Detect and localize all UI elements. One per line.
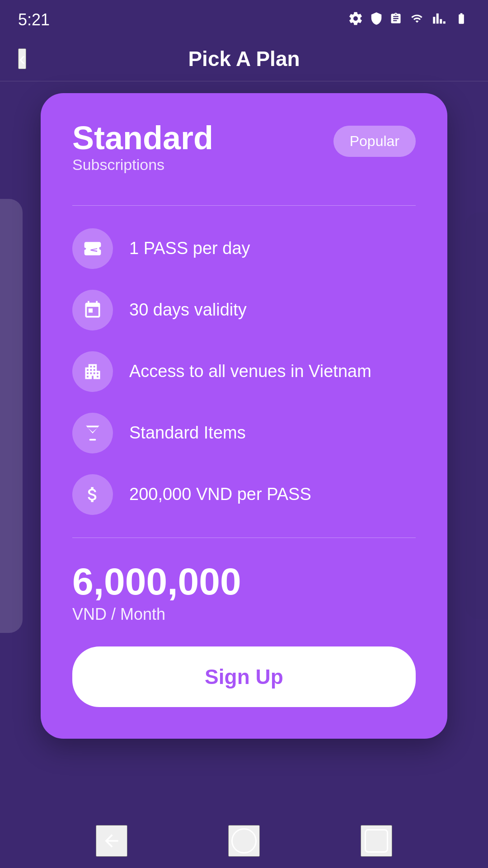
feature-passes: 1 PASS per day [72, 228, 416, 269]
dollar-icon [72, 474, 113, 515]
home-nav-button[interactable] [228, 825, 260, 857]
price-unit: VND / Month [72, 605, 416, 624]
side-card-left[interactable] [0, 199, 23, 633]
feature-items-text: Standard Items [129, 423, 246, 443]
back-nav-button[interactable] [96, 825, 127, 857]
pricing-section: 6,000,000 VND / Month [72, 561, 416, 624]
plan-subtitle: Subscriptions [72, 156, 213, 174]
recent-nav-button[interactable] [361, 825, 392, 857]
status-icons [348, 11, 470, 29]
signup-button[interactable]: Sign Up [72, 646, 416, 707]
plan-name-container: Standard Subscriptions [72, 120, 213, 192]
back-button[interactable]: ‹ [18, 48, 26, 69]
side-card-right[interactable] [465, 212, 488, 619]
plan-card: Standard Subscriptions Popular 1 PASS pe… [41, 93, 447, 739]
feature-venues-text: Access to all venues in Vietnam [129, 362, 371, 381]
divider-top [72, 205, 416, 206]
plan-name: Standard [72, 120, 213, 156]
bottom-nav [0, 814, 488, 868]
home-circle [231, 828, 257, 854]
building-icon [72, 351, 113, 392]
feature-validity: 30 days validity [72, 290, 416, 330]
feature-price-per-pass-text: 200,000 VND per PASS [129, 485, 311, 504]
feature-items: Standard Items [72, 413, 416, 453]
page-title: Pick A Plan [188, 47, 300, 71]
divider-bottom [72, 538, 416, 538]
feature-passes-text: 1 PASS per day [129, 239, 250, 258]
recent-square [365, 829, 388, 853]
price-amount: 6,000,000 [72, 561, 416, 602]
pass-icon [72, 228, 113, 269]
signal-icon [432, 12, 446, 28]
feature-price-per-pass: 200,000 VND per PASS [72, 474, 416, 515]
cocktail-icon [72, 413, 113, 453]
calendar-icon [72, 290, 113, 330]
clipboard-icon [389, 11, 402, 29]
status-time: 5:21 [18, 10, 50, 29]
features-list: 1 PASS per day 30 days validity Access t… [72, 219, 416, 524]
popular-badge: Popular [333, 126, 416, 157]
wifi-icon [408, 12, 426, 28]
feature-venues: Access to all venues in Vietnam [72, 351, 416, 392]
top-navigation: ‹ Pick A Plan [0, 36, 488, 81]
card-header: Standard Subscriptions Popular [72, 120, 416, 192]
content-area: Standard Subscriptions Popular 1 PASS pe… [0, 81, 488, 750]
status-bar: 5:21 [0, 0, 488, 36]
settings-icon [348, 11, 363, 29]
battery-icon [453, 12, 470, 28]
shield-icon [370, 11, 383, 29]
feature-validity-text: 30 days validity [129, 300, 247, 320]
